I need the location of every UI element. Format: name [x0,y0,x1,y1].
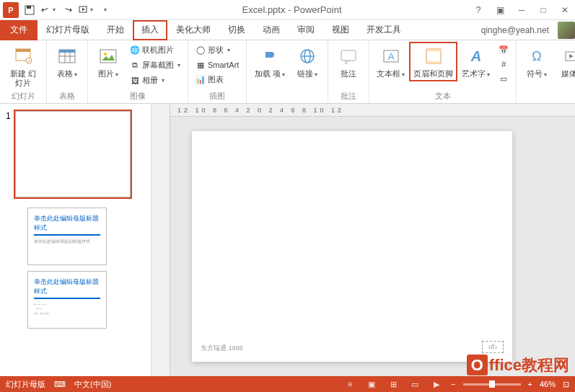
svg-rect-8 [59,50,75,53]
window-title: Excel.pptx - PowerPoint [113,4,471,15]
new-slide-label: 新建 幻灯片 [7,69,39,88]
status-language[interactable]: 中文(中国) [74,379,111,390]
status-bar: 幻灯片母版 ⌨ 中文(中国) ≡ ▣ ⊞ ▭ ▶ − + 46% ⊡ [0,376,575,392]
group-addins: 加载 项▾ 链接▾ [247,40,328,103]
svg-rect-17 [341,50,356,61]
slide-canvas[interactable]: 东方瑞通 1998 ‹#› [192,131,512,362]
shapes-button[interactable]: ◯形状▾ [193,43,242,57]
tab-transitions[interactable]: 切换 [219,20,254,40]
layout-thumb-1[interactable]: 单击此处编辑母版标题样式 单击此处编辑母版副标题样式 [27,208,107,265]
zoom-out-button[interactable]: − [451,380,455,388]
ribbon-options-icon[interactable]: ▣ [493,3,507,17]
hyperlink-button[interactable]: 链接▾ [291,43,323,80]
tab-developer[interactable]: 开发工具 [358,20,410,40]
shapes-icon: ◯ [196,45,206,55]
picture-button[interactable]: 图片▾ [92,43,124,80]
media-icon [560,45,575,68]
slide-page-number-placeholder[interactable]: ‹#› [482,341,504,353]
slide-footer-brand: 东方瑞通 1998 [201,344,243,353]
group-slides: + 新建 幻灯片 幻灯片 [0,40,47,103]
tab-home[interactable]: 开始 [98,20,133,40]
slideshow-view-icon[interactable]: ▶ [429,378,444,390]
media-button[interactable]: 媒体▾ [556,43,575,80]
svg-rect-4 [16,49,30,52]
object-button[interactable]: ▭ [496,72,512,85]
svg-text:Ω: Ω [532,49,542,63]
zoom-in-button[interactable]: + [528,380,532,388]
tab-insert[interactable]: 插入 [133,20,167,40]
start-from-beginning-icon[interactable]: ▾ [78,2,94,18]
wordart-button[interactable]: A 艺术字▾ [459,43,493,80]
help-icon[interactable]: ? [471,3,486,17]
header-footer-icon [422,45,445,68]
save-icon[interactable] [22,2,38,18]
notes-button[interactable]: ≡ [343,378,357,390]
status-view-name: 幻灯片母版 [6,379,45,390]
tab-animations[interactable]: 动画 [254,20,289,40]
tab-slide-master[interactable]: 幻灯片母版 [38,20,98,40]
group-slides-label: 幻灯片 [12,91,35,102]
photo-album-button[interactable]: 🖼相册▾ [127,74,183,87]
header-footer-label: 页眉和页脚 [413,69,453,79]
table-label: 表格▾ [57,69,77,79]
svg-rect-1 [27,6,31,9]
svg-rect-22 [426,61,441,63]
wordart-label: 艺术字▾ [462,69,490,79]
comment-button[interactable]: 批注 [333,43,364,80]
group-tables: 表格▾ 表格 [47,40,88,103]
group-text: A 文本框▾ 页眉和页脚 A 艺术字▾ 📅 # ▭ 文本 [369,40,517,103]
master-slide-thumb[interactable] [15,111,131,197]
tab-review[interactable]: 审阅 [289,20,323,40]
status-language-icon[interactable]: ⌨ [54,380,66,389]
ribbon: + 新建 幻灯片 幻灯片 表格▾ 表格 图片▾ 🌐联机图片 ⧉屏幕截图▾ 🖼相册… [0,40,575,104]
redo-icon[interactable] [59,2,75,18]
screenshot-button[interactable]: ⧉屏幕截图▾ [127,58,183,72]
slide-thumbnails-panel[interactable]: 1 ★📌 单击此处编辑母版标题样式 单击此处编辑母版副标题样式 单击此处编辑母版… [0,104,152,376]
textbox-button[interactable]: A 文本框▾ [374,43,408,80]
online-picture-icon: 🌐 [130,45,140,55]
addins-label: 加载 项▾ [254,69,286,79]
maximize-icon[interactable]: □ [536,3,550,17]
user-email[interactable]: qinghe@yeah.net [481,25,549,35]
new-slide-button[interactable]: + 新建 幻灯片 [4,43,42,89]
svg-point-13 [104,53,107,55]
smartart-icon: ▦ [196,60,206,70]
layout-thumb-2[interactable]: 单击此处编辑母版标题样式 • — — • —▭ ▭ ▭ [27,271,107,329]
tab-beautify[interactable]: 美化大师 [167,20,219,40]
comment-label: 批注 [341,69,356,79]
fit-to-window-icon[interactable]: ⊡ [563,380,569,389]
addins-button[interactable]: 加载 项▾ [251,43,289,80]
zoom-slider[interactable] [463,383,521,386]
slide-number-button[interactable]: # [496,58,512,71]
chart-button[interactable]: 📊图表 [193,73,242,86]
table-button[interactable]: 表格▾ [51,43,83,80]
master-thumb-row: 1 ★📌 [6,111,145,197]
normal-view-icon[interactable]: ▣ [364,378,379,390]
vertical-ruler[interactable] [152,104,170,376]
horizontal-ruler[interactable]: 12 10 8 6 4 2 0 2 4 6 8 10 12 [170,104,575,117]
thumb-number: 1 ★📌 [6,111,11,197]
smartart-button[interactable]: ▦SmartArt [193,58,242,71]
symbol-button[interactable]: Ω 符号▾ [521,43,553,80]
user-avatar[interactable] [558,22,575,39]
close-icon[interactable]: ✕ [558,3,572,17]
undo-icon[interactable]: ▾ [40,2,56,18]
reading-view-icon[interactable]: ▭ [408,378,422,390]
sorter-view-icon[interactable]: ⊞ [386,378,400,390]
minimize-icon[interactable]: ─ [514,3,529,17]
slide-number-icon: # [499,59,509,69]
tab-file[interactable]: 文件 [0,20,38,40]
qat-customize-icon[interactable]: ▾ [97,2,113,18]
media-label: 媒体▾ [561,69,575,79]
tab-view[interactable]: 视图 [323,20,358,40]
group-symbols: Ω 符号▾ 媒体▾ [517,40,575,103]
online-picture-button[interactable]: 🌐联机图片 [127,43,183,57]
header-footer-button[interactable]: 页眉和页脚 [411,43,456,80]
group-images-label: 图像 [130,91,146,102]
group-comments: 批注 批注 [328,40,369,103]
date-time-button[interactable]: 📅 [496,43,512,56]
date-icon: 📅 [499,45,509,55]
hyperlink-icon [296,45,319,68]
wordart-icon: A [465,45,488,68]
zoom-level[interactable]: 46% [540,380,556,388]
